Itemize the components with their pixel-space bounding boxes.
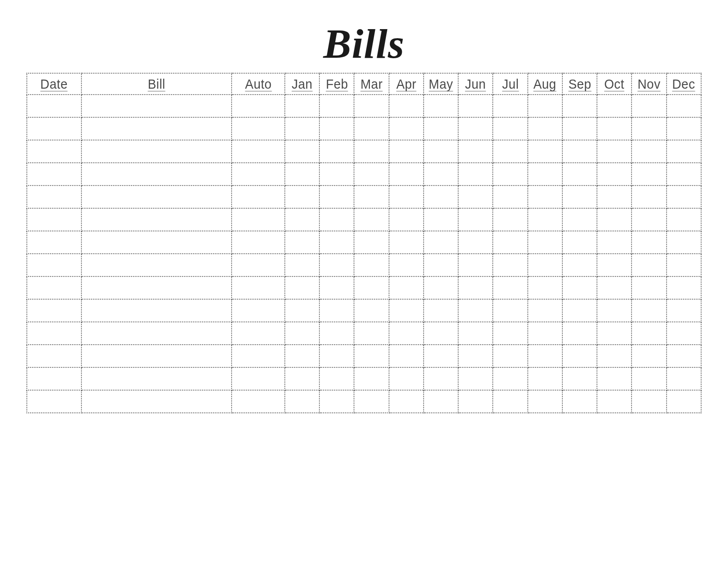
table-cell[interactable] bbox=[458, 254, 493, 276]
table-cell[interactable] bbox=[319, 299, 354, 322]
table-cell[interactable] bbox=[562, 390, 597, 413]
table-cell[interactable] bbox=[232, 276, 285, 299]
table-cell[interactable] bbox=[389, 276, 424, 299]
table-cell[interactable] bbox=[354, 299, 389, 322]
table-cell[interactable] bbox=[424, 117, 458, 140]
table-cell[interactable] bbox=[458, 186, 493, 208]
table-cell[interactable] bbox=[597, 163, 632, 186]
table-cell[interactable] bbox=[232, 231, 285, 254]
table-cell[interactable] bbox=[389, 254, 424, 276]
table-cell[interactable] bbox=[81, 95, 232, 117]
table-cell[interactable] bbox=[27, 276, 81, 299]
table-cell[interactable] bbox=[354, 208, 389, 231]
table-cell[interactable] bbox=[562, 186, 597, 208]
table-cell[interactable] bbox=[458, 390, 493, 413]
table-cell[interactable] bbox=[27, 186, 81, 208]
table-cell[interactable] bbox=[232, 186, 285, 208]
table-cell[interactable] bbox=[232, 208, 285, 231]
table-cell[interactable] bbox=[389, 299, 424, 322]
table-cell[interactable] bbox=[27, 367, 81, 390]
table-cell[interactable] bbox=[667, 322, 701, 345]
table-cell[interactable] bbox=[528, 117, 562, 140]
table-cell[interactable] bbox=[528, 254, 562, 276]
table-cell[interactable] bbox=[562, 95, 597, 117]
table-cell[interactable] bbox=[597, 322, 632, 345]
table-cell[interactable] bbox=[667, 231, 701, 254]
table-cell[interactable] bbox=[285, 254, 319, 276]
table-cell[interactable] bbox=[27, 95, 81, 117]
table-cell[interactable] bbox=[597, 299, 632, 322]
table-cell[interactable] bbox=[493, 231, 527, 254]
table-cell[interactable] bbox=[493, 186, 527, 208]
table-cell[interactable] bbox=[667, 390, 701, 413]
table-cell[interactable] bbox=[424, 276, 458, 299]
table-cell[interactable] bbox=[354, 254, 389, 276]
table-cell[interactable] bbox=[632, 345, 666, 367]
table-cell[interactable] bbox=[319, 345, 354, 367]
table-cell[interactable] bbox=[424, 254, 458, 276]
table-cell[interactable] bbox=[493, 276, 527, 299]
table-cell[interactable] bbox=[389, 367, 424, 390]
table-cell[interactable] bbox=[319, 95, 354, 117]
table-cell[interactable] bbox=[232, 117, 285, 140]
table-cell[interactable] bbox=[597, 367, 632, 390]
table-cell[interactable] bbox=[389, 322, 424, 345]
table-cell[interactable] bbox=[319, 231, 354, 254]
table-cell[interactable] bbox=[354, 163, 389, 186]
table-cell[interactable] bbox=[528, 208, 562, 231]
table-cell[interactable] bbox=[632, 163, 666, 186]
table-cell[interactable] bbox=[319, 186, 354, 208]
table-cell[interactable] bbox=[424, 208, 458, 231]
table-cell[interactable] bbox=[458, 276, 493, 299]
table-cell[interactable] bbox=[27, 322, 81, 345]
table-cell[interactable] bbox=[81, 390, 232, 413]
table-cell[interactable] bbox=[319, 163, 354, 186]
table-cell[interactable] bbox=[597, 345, 632, 367]
table-cell[interactable] bbox=[389, 231, 424, 254]
table-cell[interactable] bbox=[493, 299, 527, 322]
table-cell[interactable] bbox=[27, 390, 81, 413]
table-cell[interactable] bbox=[458, 163, 493, 186]
table-cell[interactable] bbox=[528, 367, 562, 390]
table-cell[interactable] bbox=[285, 163, 319, 186]
table-cell[interactable] bbox=[319, 208, 354, 231]
table-cell[interactable] bbox=[458, 231, 493, 254]
table-cell[interactable] bbox=[667, 140, 701, 163]
table-cell[interactable] bbox=[528, 186, 562, 208]
table-cell[interactable] bbox=[232, 254, 285, 276]
table-cell[interactable] bbox=[424, 345, 458, 367]
table-cell[interactable] bbox=[562, 345, 597, 367]
table-cell[interactable] bbox=[285, 322, 319, 345]
table-cell[interactable] bbox=[285, 367, 319, 390]
table-cell[interactable] bbox=[81, 163, 232, 186]
table-cell[interactable] bbox=[319, 140, 354, 163]
table-cell[interactable] bbox=[632, 95, 666, 117]
table-cell[interactable] bbox=[285, 231, 319, 254]
table-cell[interactable] bbox=[493, 254, 527, 276]
table-cell[interactable] bbox=[27, 345, 81, 367]
table-cell[interactable] bbox=[424, 163, 458, 186]
table-cell[interactable] bbox=[319, 276, 354, 299]
table-cell[interactable] bbox=[597, 390, 632, 413]
table-cell[interactable] bbox=[354, 117, 389, 140]
table-cell[interactable] bbox=[232, 345, 285, 367]
table-cell[interactable] bbox=[285, 117, 319, 140]
table-cell[interactable] bbox=[667, 276, 701, 299]
table-cell[interactable] bbox=[285, 299, 319, 322]
table-cell[interactable] bbox=[528, 345, 562, 367]
table-cell[interactable] bbox=[354, 231, 389, 254]
table-cell[interactable] bbox=[458, 299, 493, 322]
table-cell[interactable] bbox=[354, 276, 389, 299]
table-cell[interactable] bbox=[81, 276, 232, 299]
table-cell[interactable] bbox=[562, 299, 597, 322]
table-cell[interactable] bbox=[354, 95, 389, 117]
table-cell[interactable] bbox=[319, 117, 354, 140]
table-cell[interactable] bbox=[81, 367, 232, 390]
table-cell[interactable] bbox=[528, 322, 562, 345]
table-cell[interactable] bbox=[528, 140, 562, 163]
table-cell[interactable] bbox=[597, 140, 632, 163]
table-cell[interactable] bbox=[389, 140, 424, 163]
table-cell[interactable] bbox=[632, 140, 666, 163]
table-cell[interactable] bbox=[493, 367, 527, 390]
table-cell[interactable] bbox=[458, 322, 493, 345]
